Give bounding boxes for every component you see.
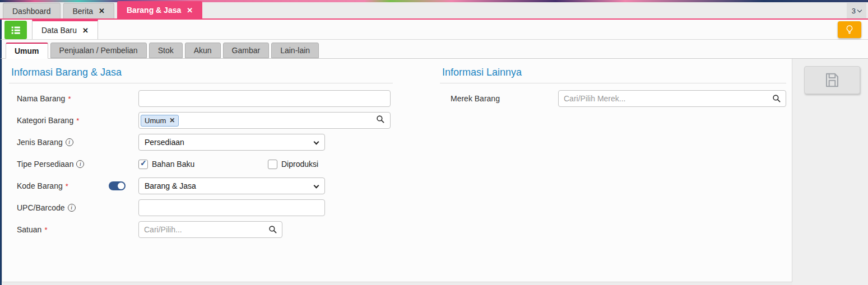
tab-overflow-count: 3 bbox=[852, 7, 856, 15]
jenis-barang-label: Jenis Barang i bbox=[9, 138, 138, 147]
form-tab-umum[interactable]: Umum bbox=[6, 43, 48, 59]
search-icon[interactable] bbox=[376, 115, 385, 126]
bahan-baku-checkbox[interactable]: ✓ Bahan Baku bbox=[138, 160, 268, 169]
kategori-barang-input[interactable]: Umum ✕ bbox=[138, 112, 391, 129]
close-icon[interactable]: ✕ bbox=[99, 7, 105, 15]
form-tab-stok-label: Stok bbox=[158, 46, 174, 55]
chevron-down-icon bbox=[857, 7, 862, 12]
chip-remove-icon[interactable]: ✕ bbox=[169, 116, 175, 124]
diproduksi-checkbox[interactable]: Diproduksi bbox=[268, 160, 318, 169]
form-tab-akun[interactable]: Akun bbox=[185, 43, 221, 58]
chevron-down-icon bbox=[314, 183, 319, 189]
required-marker: * bbox=[44, 226, 47, 234]
section-title: Informasi Barang & Jasa bbox=[11, 67, 393, 78]
merek-barang-input[interactable] bbox=[558, 90, 786, 107]
field-row-nama-barang: Nama Barang * bbox=[9, 90, 431, 107]
field-row-jenis-barang: Jenis Barang i Persediaan bbox=[9, 134, 431, 151]
workspace-tab-data-baru[interactable]: Data Baru ✕ bbox=[32, 20, 98, 39]
bahan-baku-label: Bahan Baku bbox=[152, 160, 194, 169]
tipe-persediaan-options: ✓ Bahan Baku Diproduksi bbox=[138, 160, 318, 169]
list-menu-icon bbox=[10, 24, 22, 36]
info-icon[interactable]: i bbox=[68, 204, 76, 212]
merek-barang-searchbox bbox=[558, 90, 786, 107]
section-title: Informasi Lainnya bbox=[442, 67, 786, 78]
toggle-knob bbox=[118, 183, 124, 189]
info-icon[interactable]: i bbox=[66, 138, 73, 146]
form-tab-gambar-label: Gambar bbox=[232, 46, 261, 55]
satuan-input[interactable] bbox=[138, 221, 282, 238]
info-icon[interactable]: i bbox=[76, 160, 84, 168]
action-rail bbox=[792, 59, 868, 285]
merek-barang-label: Merek Barang bbox=[440, 94, 558, 103]
kategori-chip-label: Umum bbox=[145, 116, 166, 125]
kategori-barang-label: Kategori Barang * bbox=[9, 116, 138, 125]
required-marker: * bbox=[66, 182, 68, 190]
kategori-chip: Umum ✕ bbox=[141, 115, 179, 127]
kode-barang-select[interactable]: Barang & Jasa bbox=[138, 177, 325, 194]
field-row-merek-barang: Merek Barang bbox=[440, 90, 786, 107]
hint-button[interactable] bbox=[838, 21, 861, 38]
tab-barang-jasa-label: Barang & Jasa bbox=[127, 6, 181, 15]
tab-barang-jasa[interactable]: Barang & Jasa ✕ bbox=[117, 1, 202, 18]
main-area: Informasi Barang & Jasa Nama Barang * Ka… bbox=[0, 59, 868, 285]
close-icon[interactable]: ✕ bbox=[187, 6, 193, 15]
lightbulb-icon bbox=[844, 24, 855, 35]
nama-barang-input[interactable] bbox=[138, 90, 391, 107]
form-panel: Informasi Barang & Jasa Nama Barang * Ka… bbox=[2, 59, 792, 282]
required-marker: * bbox=[68, 95, 71, 103]
top-tab-bar: Dashboard Berita ✕ Barang & Jasa ✕ 3 bbox=[0, 0, 868, 20]
form-tab-lain-lain[interactable]: Lain-lain bbox=[271, 43, 319, 58]
tab-dashboard[interactable]: Dashboard bbox=[3, 3, 61, 18]
tab-overflow-dropdown[interactable]: 3 bbox=[847, 3, 866, 18]
form-tab-strip: Umum Penjualan / Pembelian Stok Akun Gam… bbox=[0, 40, 868, 59]
field-row-kategori-barang: Kategori Barang * Umum ✕ bbox=[9, 112, 431, 129]
satuan-label: Satuan * bbox=[9, 225, 138, 234]
required-marker: * bbox=[76, 116, 79, 125]
section-informasi-barang-jasa: Informasi Barang & Jasa Nama Barang * Ka… bbox=[2, 59, 431, 282]
form-tab-lain-label: Lain-lain bbox=[280, 46, 310, 55]
form-tab-penjualan-pembelian[interactable]: Penjualan / Pembelian bbox=[50, 43, 147, 58]
checkbox-unchecked-icon[interactable] bbox=[268, 160, 277, 169]
tab-berita-label: Berita bbox=[73, 7, 94, 16]
kode-barang-label: Kode Barang * bbox=[9, 181, 138, 190]
workspace-bar: Data Baru ✕ bbox=[0, 20, 868, 40]
field-row-upc-barcode: UPC/Barcode i bbox=[9, 199, 431, 216]
save-button[interactable] bbox=[804, 66, 860, 94]
kode-barang-toggle-on[interactable] bbox=[109, 181, 126, 190]
jenis-barang-select[interactable]: Persediaan bbox=[138, 134, 325, 151]
form-tab-penjualan-label: Penjualan / Pembelian bbox=[59, 46, 138, 55]
form-tab-stok[interactable]: Stok bbox=[149, 43, 183, 58]
satuan-searchbox bbox=[138, 221, 282, 238]
tab-dashboard-label: Dashboard bbox=[12, 7, 51, 16]
form-tab-umum-label: Umum bbox=[15, 46, 39, 55]
field-row-satuan: Satuan * bbox=[9, 221, 431, 238]
chevron-down-icon bbox=[314, 139, 319, 145]
section-informasi-lainnya: Informasi Lainnya Merek Barang bbox=[431, 59, 792, 282]
close-icon[interactable]: ✕ bbox=[82, 26, 89, 35]
tab-berita[interactable]: Berita ✕ bbox=[63, 3, 114, 18]
jenis-barang-value: Persediaan bbox=[145, 138, 184, 147]
kode-barang-value: Barang & Jasa bbox=[145, 181, 196, 190]
diproduksi-label: Diproduksi bbox=[281, 160, 318, 169]
upc-barcode-input[interactable] bbox=[138, 199, 325, 216]
menu-button[interactable] bbox=[4, 21, 27, 39]
checkbox-checked-icon[interactable]: ✓ bbox=[138, 160, 148, 169]
field-row-tipe-persediaan: Tipe Persediaan i ✓ Bahan Baku Diproduks… bbox=[9, 156, 431, 172]
field-row-kode-barang: Kode Barang * Barang & Jasa bbox=[9, 177, 431, 194]
search-icon[interactable] bbox=[268, 225, 277, 234]
form-tab-gambar[interactable]: Gambar bbox=[223, 43, 270, 58]
workspace-tab-label: Data Baru bbox=[41, 26, 77, 35]
tipe-persediaan-label: Tipe Persediaan i bbox=[9, 160, 138, 169]
nama-barang-label: Nama Barang * bbox=[9, 94, 138, 103]
save-floppy-icon bbox=[823, 71, 841, 89]
search-icon[interactable] bbox=[772, 94, 781, 103]
upc-barcode-label: UPC/Barcode i bbox=[9, 203, 138, 212]
form-tab-akun-label: Akun bbox=[194, 46, 212, 55]
